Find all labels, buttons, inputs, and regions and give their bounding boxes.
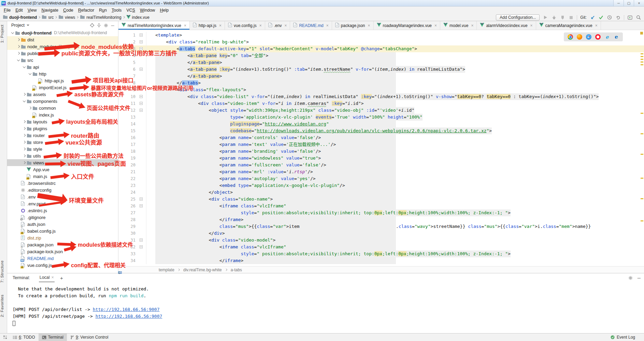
code-line-18[interactable]: 18 <param name='branding' value='false'/… [118,148,644,155]
fold-marker-icon[interactable]: − [140,238,143,242]
git-update-icon[interactable] [590,15,595,20]
code-line-24[interactable]: 24 </object> [118,189,644,196]
chevron-collapsed-icon[interactable] [22,133,27,138]
chevron-collapsed-icon[interactable] [22,126,27,131]
event-log-item[interactable]: Event Log [611,335,641,340]
code-line-5[interactable]: 5 </a-tab-pane> [118,59,644,66]
code-line-11[interactable]: 11− <div class="video-item" v-for="i in … [118,100,644,107]
warning-stripe-mark[interactable] [641,64,643,65]
tree-item-plugins[interactable]: plugins [7,125,118,132]
close-icon[interactable]: × [219,23,221,28]
editor-tab-alarmvideos-index-vue[interactable]: alarmVideos\index.vue× [477,21,536,30]
tree-item-dist[interactable]: dist [7,36,118,43]
menu-help[interactable]: Help [157,7,171,13]
chevron-down-icon[interactable] [27,25,29,26]
fold-marker-icon[interactable]: − [140,68,143,71]
close-icon[interactable]: × [368,23,370,28]
statusbar-9-version-control[interactable]: 9: Version Control [67,333,112,341]
terminal-output[interactable]: Note that the development build is not o… [7,282,644,333]
tree-item-components[interactable]: components [7,98,118,105]
code-editor[interactable]: 1−<template>2− <div class="realTime bg-w… [118,30,644,266]
menu-navigate[interactable]: Navigate [39,7,61,13]
fold-marker-icon[interactable]: − [140,197,143,201]
stop-icon[interactable] [568,15,574,20]
tree-item-duoji-frontend[interactable]: duoji-frontendD:\zheheWeb\duoji-frontend [7,29,118,36]
tree-item-dist-zip[interactable]: dist.zip [7,234,118,241]
breadcrumb-item-views[interactable]: views [58,15,75,20]
tree-item-src[interactable]: src [7,57,118,64]
code-line-13[interactable]: 13 type='application/x-vlc-plugin' event… [118,114,644,121]
error-stripe[interactable] [640,31,644,265]
breadcrumb-item-index-vue[interactable]: index.vue [126,15,149,20]
tree-item-editorconfig[interactable]: .editorconfig [7,187,118,193]
terminal-settings-gear-icon[interactable] [628,275,633,281]
tree-item-store[interactable]: store [7,139,118,146]
collapse-all-icon[interactable] [96,23,102,28]
search-everywhere-icon[interactable] [636,15,641,20]
menu-file[interactable]: File [1,7,13,13]
code-line-6[interactable]: 6− <a-tab-pane :key="(index+1).toString(… [118,66,644,73]
tool-strip-project[interactable]: 1: Project [0,25,7,43]
opera-browser-icon[interactable] [595,34,601,40]
breadcrumb-item-realtimemonitoring[interactable]: realTimeMonitoring [80,15,121,20]
menu-run[interactable]: Run [97,7,109,13]
close-icon[interactable]: × [259,23,262,28]
tree-item-package-json[interactable]: {}package.json [7,241,118,248]
code-line-30[interactable]: 30 </div> [118,230,644,237]
menu-edit[interactable]: Edit [13,7,25,13]
code-line-23[interactable]: 23 <embed type="application/x-google-vlc… [118,182,644,189]
new-terminal-button[interactable]: + [60,275,63,281]
code-breadcrumb-a-tabs[interactable]: a-tabs [231,268,242,272]
tree-item-common[interactable]: common [7,105,118,111]
chevron-collapsed-icon[interactable] [22,92,27,97]
code-line-26[interactable]: 26− <iframe class="vlcIframe" [118,203,644,209]
warning-stripe-mark[interactable] [641,198,643,199]
chevron-expanded-icon[interactable] [22,99,27,104]
run-with-coverage-icon[interactable] [560,15,565,20]
tree-item-http-api-js[interactable]: JShttp-api.js [7,77,118,84]
editor-tab-package-json[interactable]: {}package.json× [332,21,374,30]
chevron-collapsed-icon[interactable] [28,106,32,110]
code-line-8[interactable]: 8 </a-tabs> [118,80,644,86]
tree-item-node-modules[interactable]: node_moduleslibrary root [7,43,118,50]
code-line-33[interactable]: 33 style=" position:absolute;visibility:… [118,250,644,257]
tree-item-main-js[interactable]: JSmain.js [7,173,118,180]
fold-marker-icon[interactable]: − [140,95,143,98]
warning-stripe-mark[interactable] [641,133,643,134]
chevron-collapsed-icon[interactable] [16,51,21,56]
chevron-collapsed-icon[interactable] [16,44,21,49]
close-icon[interactable]: × [326,23,329,28]
terminal-prompt[interactable] [13,320,644,327]
close-icon[interactable]: × [184,23,186,28]
code-line-16[interactable]: 16 <param name='controls' value='false'/… [118,134,644,141]
run-anything-icon[interactable] [627,15,633,20]
warning-stripe-mark[interactable] [641,56,643,57]
chevron-expanded-icon[interactable] [28,72,32,76]
locate-file-icon[interactable] [89,23,95,28]
tree-item-package-lock-json[interactable]: {}package-lock.json [7,248,118,255]
code-line-31[interactable]: 31− <div class="video-model"> [118,237,644,244]
chevron-collapsed-icon[interactable] [22,154,27,158]
code-line-15[interactable]: 15 codebase="http://downloads.videolan.o… [118,127,644,134]
tree-item-eslintrc-js[interactable]: .eslintrc.js [7,207,118,214]
chevron-expanded-icon[interactable] [22,65,27,69]
statusbar-6-todo[interactable]: 6: TODO [10,333,39,341]
code-line-12[interactable]: 12− <object style="width:390px;height:21… [118,107,644,114]
warning-stripe-mark[interactable] [641,154,643,155]
close-icon[interactable]: × [471,23,473,28]
code-line-28[interactable]: 28 </iframe> [118,216,644,223]
edge-browser-icon[interactable]: e [614,34,619,40]
editor-tab-cameramanage-index-vue[interactable]: cameraManage\index.vue× [536,21,601,30]
code-line-25[interactable]: 25− <div class="video-name"> [118,196,644,203]
code-line-10[interactable]: 10− <div class="video-list" v-for="(item… [118,93,644,100]
settings-gear-icon[interactable] [103,23,109,28]
editor-tab-roadwaymanage-index-vue[interactable]: roadwayManage\index.vue× [374,21,440,30]
menu-view[interactable]: View [25,7,39,13]
code-line-19[interactable]: 19 <param name="windowless" value="true"… [118,155,644,162]
menu-window[interactable]: Window [138,7,157,13]
tree-item-style[interactable]: style [7,146,118,152]
rollback-icon[interactable] [615,15,621,20]
run-icon[interactable] [543,15,548,20]
tree-item-views[interactable]: views [7,159,118,166]
menu-refactor[interactable]: Refactor [76,7,97,13]
